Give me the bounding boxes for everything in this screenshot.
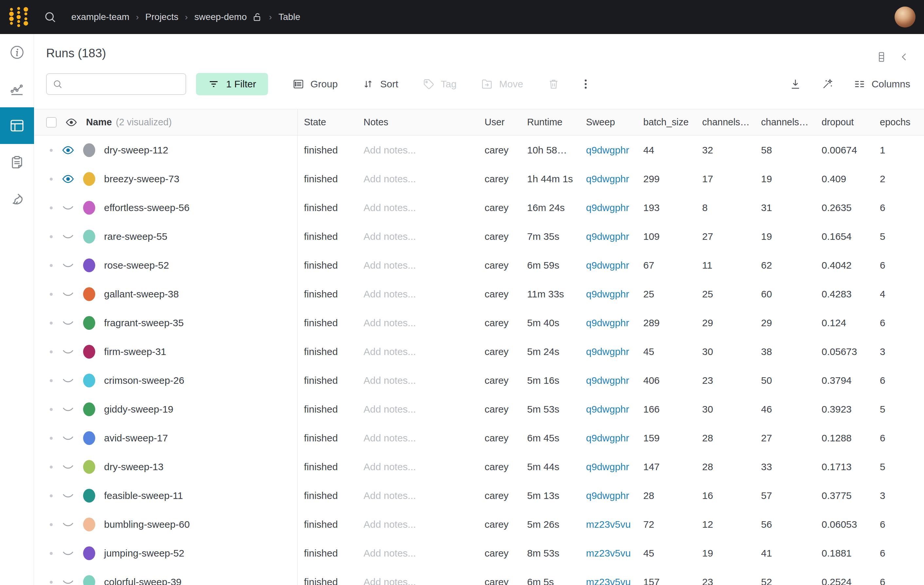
table-row[interactable]: dry-sweep-112 finished Add notes... care… bbox=[35, 136, 924, 165]
run-notes-placeholder[interactable]: Add notes... bbox=[357, 145, 478, 156]
table-row[interactable]: feasible-sweep-11 finished Add notes... … bbox=[35, 481, 924, 510]
table-row[interactable]: breezy-sweep-73 finished Add notes... ca… bbox=[35, 165, 924, 193]
drag-handle[interactable] bbox=[50, 178, 53, 181]
header-name-label[interactable]: Name bbox=[86, 117, 112, 128]
columns-button[interactable]: Columns bbox=[853, 78, 910, 90]
split-panel-icon[interactable] bbox=[876, 51, 887, 63]
run-notes-placeholder[interactable]: Add notes... bbox=[357, 404, 478, 415]
run-notes-placeholder[interactable]: Add notes... bbox=[357, 375, 478, 386]
visibility-off-icon[interactable] bbox=[61, 489, 74, 502]
table-row[interactable]: effortless-sweep-56 finished Add notes..… bbox=[35, 193, 924, 222]
visibility-off-icon[interactable] bbox=[61, 575, 74, 585]
sidebar-item-reports[interactable] bbox=[0, 144, 34, 181]
table-row[interactable]: rose-sweep-52 finished Add notes... care… bbox=[35, 251, 924, 280]
sidebar-item-sweeps[interactable] bbox=[0, 181, 34, 217]
run-name-link[interactable]: bumbling-sweep-60 bbox=[104, 519, 190, 530]
run-name-link[interactable]: fragrant-sweep-35 bbox=[104, 317, 183, 328]
drag-handle[interactable] bbox=[50, 552, 53, 555]
drag-handle[interactable] bbox=[50, 494, 53, 497]
visibility-off-icon[interactable] bbox=[61, 460, 74, 473]
run-notes-placeholder[interactable]: Add notes... bbox=[357, 288, 478, 300]
header-epochs[interactable]: epochs bbox=[873, 117, 924, 128]
drag-handle[interactable] bbox=[50, 206, 53, 209]
drag-handle[interactable] bbox=[50, 379, 53, 382]
drag-handle[interactable] bbox=[50, 264, 53, 267]
run-name-link[interactable]: breezy-sweep-73 bbox=[104, 173, 179, 185]
drag-handle[interactable] bbox=[50, 437, 53, 440]
header-user[interactable]: User bbox=[478, 117, 521, 128]
move-button[interactable]: Move bbox=[481, 78, 523, 90]
visibility-on-icon[interactable] bbox=[61, 172, 74, 186]
delete-button[interactable] bbox=[548, 78, 560, 90]
run-name-link[interactable]: dry-sweep-112 bbox=[104, 145, 168, 156]
run-sweep-link[interactable]: mz23v5vu bbox=[579, 519, 637, 530]
search-box[interactable] bbox=[46, 73, 186, 95]
run-name-link[interactable]: colorful-sweep-39 bbox=[104, 577, 182, 585]
run-sweep-link[interactable]: q9dwgphr bbox=[579, 231, 637, 242]
visibility-off-icon[interactable] bbox=[61, 374, 74, 387]
search-icon[interactable] bbox=[43, 10, 57, 24]
sort-button[interactable]: Sort bbox=[362, 78, 398, 90]
sidebar-item-charts[interactable] bbox=[0, 71, 34, 107]
header-channels-2[interactable]: channels… bbox=[754, 117, 815, 128]
header-state[interactable]: State bbox=[297, 117, 357, 128]
drag-handle[interactable] bbox=[50, 350, 53, 353]
drag-handle[interactable] bbox=[50, 293, 53, 296]
run-notes-placeholder[interactable]: Add notes... bbox=[357, 231, 478, 242]
run-sweep-link[interactable]: q9dwgphr bbox=[579, 490, 637, 501]
run-name-link[interactable]: crimson-sweep-26 bbox=[104, 375, 184, 386]
run-sweep-link[interactable]: q9dwgphr bbox=[579, 404, 637, 415]
run-notes-placeholder[interactable]: Add notes... bbox=[357, 490, 478, 501]
wandb-logo-icon[interactable] bbox=[8, 6, 30, 28]
header-sweep[interactable]: Sweep bbox=[579, 117, 637, 128]
run-name-link[interactable]: rose-sweep-52 bbox=[104, 260, 169, 271]
breadcrumb-projects[interactable]: Projects bbox=[145, 12, 178, 22]
visibility-off-icon[interactable] bbox=[61, 230, 74, 243]
filter-button[interactable]: 1 Filter bbox=[196, 73, 268, 95]
run-notes-placeholder[interactable]: Add notes... bbox=[357, 433, 478, 444]
run-sweep-link[interactable]: q9dwgphr bbox=[579, 173, 637, 185]
table-row[interactable]: firm-sweep-31 finished Add notes... care… bbox=[35, 337, 924, 366]
header-batch-size[interactable]: batch_size bbox=[637, 117, 696, 128]
run-sweep-link[interactable]: q9dwgphr bbox=[579, 288, 637, 300]
table-row[interactable]: rare-sweep-55 finished Add notes... care… bbox=[35, 222, 924, 251]
visibility-header-icon[interactable] bbox=[65, 116, 78, 129]
run-notes-placeholder[interactable]: Add notes... bbox=[357, 317, 478, 328]
run-notes-placeholder[interactable]: Add notes... bbox=[357, 202, 478, 213]
table-row[interactable]: fragrant-sweep-35 finished Add notes... … bbox=[35, 308, 924, 337]
table-row[interactable]: giddy-sweep-19 finished Add notes... car… bbox=[35, 395, 924, 424]
run-notes-placeholder[interactable]: Add notes... bbox=[357, 548, 478, 559]
table-row[interactable]: crimson-sweep-26 finished Add notes... c… bbox=[35, 366, 924, 395]
run-sweep-link[interactable]: mz23v5vu bbox=[579, 577, 637, 585]
breadcrumb-team[interactable]: example-team bbox=[71, 12, 129, 22]
visibility-off-icon[interactable] bbox=[61, 403, 74, 416]
run-sweep-link[interactable]: q9dwgphr bbox=[579, 317, 637, 328]
visibility-on-icon[interactable] bbox=[61, 143, 74, 157]
run-sweep-link[interactable]: q9dwgphr bbox=[579, 461, 637, 473]
header-channels-1[interactable]: channels… bbox=[696, 117, 754, 128]
table-row[interactable]: colorful-sweep-39 finished Add notes... … bbox=[35, 568, 924, 585]
table-row[interactable]: jumping-sweep-52 finished Add notes... c… bbox=[35, 539, 924, 568]
sidebar-item-table[interactable] bbox=[0, 107, 34, 144]
breadcrumb-project[interactable]: sweep-demo bbox=[194, 12, 247, 22]
run-notes-placeholder[interactable]: Add notes... bbox=[357, 461, 478, 473]
search-input[interactable] bbox=[68, 74, 186, 94]
drag-handle[interactable] bbox=[50, 149, 53, 152]
run-notes-placeholder[interactable]: Add notes... bbox=[357, 260, 478, 271]
visibility-off-icon[interactable] bbox=[61, 518, 74, 531]
table-row[interactable]: dry-sweep-13 finished Add notes... carey… bbox=[35, 453, 924, 481]
visibility-off-icon[interactable] bbox=[61, 316, 74, 330]
breadcrumb-page[interactable]: Table bbox=[279, 12, 300, 22]
sidebar-item-overview[interactable] bbox=[0, 34, 34, 71]
drag-handle[interactable] bbox=[50, 581, 53, 584]
select-all-checkbox[interactable] bbox=[46, 117, 57, 128]
run-sweep-link[interactable]: mz23v5vu bbox=[579, 548, 637, 559]
run-sweep-link[interactable]: q9dwgphr bbox=[579, 260, 637, 271]
header-runtime[interactable]: Runtime bbox=[521, 117, 579, 128]
tag-button[interactable]: Tag bbox=[422, 78, 457, 90]
run-sweep-link[interactable]: q9dwgphr bbox=[579, 433, 637, 444]
chevron-left-icon[interactable] bbox=[898, 51, 910, 63]
table-row[interactable]: bumbling-sweep-60 finished Add notes... … bbox=[35, 510, 924, 539]
table-row[interactable]: gallant-sweep-38 finished Add notes... c… bbox=[35, 280, 924, 308]
run-notes-placeholder[interactable]: Add notes... bbox=[357, 577, 478, 585]
